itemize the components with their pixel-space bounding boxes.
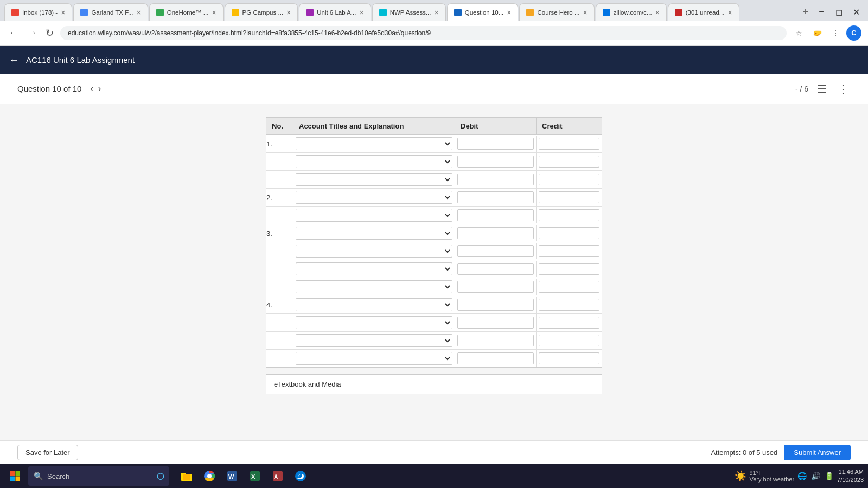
back-nav-button[interactable]: ←	[7, 25, 21, 41]
browser-tab-mail301[interactable]: (301 unread... ×	[668, 3, 739, 21]
credit-input[interactable]	[539, 317, 599, 329]
start-button[interactable]	[4, 466, 26, 486]
credit-input[interactable]	[539, 245, 599, 257]
row-number: 2.	[266, 194, 293, 202]
app-back-button[interactable]: ←	[9, 54, 20, 66]
debit-input[interactable]	[457, 263, 534, 275]
chrome-button[interactable]	[199, 465, 220, 487]
credit-input[interactable]	[539, 281, 599, 293]
battery-icon[interactable]: 🔋	[825, 472, 834, 480]
debit-input[interactable]	[457, 299, 534, 311]
debit-input[interactable]	[457, 174, 534, 185]
debit-input[interactable]	[457, 227, 534, 239]
credit-input[interactable]	[539, 191, 599, 203]
table-row	[266, 153, 602, 171]
edge-button[interactable]	[290, 465, 311, 487]
submit-answer-button[interactable]: Submit Answer	[784, 445, 851, 460]
account-select[interactable]	[296, 155, 452, 168]
account-cell	[293, 135, 455, 152]
taskbar-search[interactable]: 🔍 Search ◯	[28, 466, 169, 486]
browser-tab-unit6[interactable]: Unit 6 Lab A... ×	[299, 3, 371, 21]
question-prev-button[interactable]: ‹	[88, 81, 95, 97]
browser-tab-coursehero[interactable]: Course Hero ... ×	[519, 3, 594, 21]
debit-input[interactable]	[457, 281, 534, 293]
debit-input[interactable]	[457, 317, 534, 329]
account-select[interactable]	[296, 209, 452, 222]
close-button[interactable]: ✕	[848, 4, 864, 20]
restore-button[interactable]: ◻	[831, 4, 846, 20]
more-options-button[interactable]: ⋮	[835, 80, 851, 98]
weather-widget[interactable]: ☀️ 91°F Very hot weather	[735, 470, 795, 483]
debit-input[interactable]	[457, 156, 534, 168]
tab-title: Inbox (178) -	[22, 9, 58, 16]
credit-input[interactable]	[539, 138, 599, 150]
svg-point-9	[208, 474, 211, 478]
debit-input[interactable]	[457, 209, 534, 221]
excel-button[interactable]: X	[244, 465, 266, 487]
url-input[interactable]	[60, 26, 787, 40]
tab-close-icon[interactable]: ×	[61, 8, 65, 17]
account-select[interactable]	[296, 137, 452, 150]
tab-close-icon[interactable]: ×	[286, 8, 291, 17]
account-select[interactable]	[296, 298, 452, 311]
etextbook-bar[interactable]: eTextbook and Media	[266, 374, 602, 394]
account-select[interactable]	[296, 245, 452, 258]
debit-input[interactable]	[457, 352, 534, 364]
credit-input[interactable]	[539, 156, 599, 168]
account-select[interactable]	[296, 280, 452, 293]
profile-button[interactable]: C	[846, 25, 861, 41]
account-select[interactable]	[296, 316, 452, 329]
account-select[interactable]	[296, 191, 452, 204]
account-select[interactable]	[296, 173, 452, 186]
taskbar-clock[interactable]: 11:46 AM 7/10/2023	[837, 468, 864, 485]
browser-tab-onehome[interactable]: OneHome™ ... ×	[149, 3, 224, 21]
tab-close-icon[interactable]: ×	[137, 8, 141, 17]
tab-close-icon[interactable]: ×	[655, 8, 660, 17]
debit-input[interactable]	[457, 335, 534, 346]
browser-tab-gmail[interactable]: Inbox (178) - ×	[4, 3, 72, 21]
tab-close-icon[interactable]: ×	[583, 8, 587, 17]
debit-input[interactable]	[457, 138, 534, 150]
browser-menu-icon[interactable]: ⋮	[828, 25, 843, 41]
credit-input[interactable]	[539, 352, 599, 364]
network-icon[interactable]: 🌐	[797, 472, 807, 480]
debit-input[interactable]	[457, 191, 534, 203]
minimize-button[interactable]: −	[814, 4, 829, 20]
file-explorer-button[interactable]	[176, 465, 197, 487]
credit-input[interactable]	[539, 227, 599, 239]
new-tab-button[interactable]: +	[798, 7, 813, 18]
account-select[interactable]	[296, 227, 452, 240]
tab-close-icon[interactable]: ×	[212, 8, 216, 17]
credit-input[interactable]	[539, 299, 599, 311]
tab-close-icon[interactable]: ×	[727, 8, 732, 17]
browser-tab-zillow[interactable]: zillow.com/c... ×	[596, 3, 667, 21]
access-button[interactable]: A	[267, 465, 289, 487]
account-select[interactable]	[296, 334, 452, 347]
question-next-button[interactable]: ›	[95, 81, 103, 97]
forward-nav-button[interactable]: →	[25, 25, 39, 41]
credit-input[interactable]	[539, 209, 599, 221]
browser-tab-nwp[interactable]: NWP Assess... ×	[372, 3, 446, 21]
reload-button[interactable]: ↻	[43, 25, 56, 41]
bookmark-icon[interactable]: ☆	[791, 25, 806, 41]
account-select[interactable]	[296, 262, 452, 275]
tab-close-icon[interactable]: ×	[435, 8, 439, 17]
tab-close-icon[interactable]: ×	[359, 8, 363, 17]
word-button[interactable]: W	[221, 465, 243, 487]
credit-input[interactable]	[539, 335, 599, 346]
account-cell	[293, 153, 455, 170]
list-view-button[interactable]: ☰	[815, 80, 829, 98]
extensions-icon[interactable]: 🤛	[809, 25, 825, 41]
volume-icon[interactable]: 🔊	[811, 472, 820, 480]
browser-tab-question10[interactable]: Question 10... ×	[447, 3, 519, 21]
tab-close-icon[interactable]: ×	[507, 8, 511, 17]
debit-input[interactable]	[457, 245, 534, 257]
browser-tab-garland[interactable]: Garland TX F... ×	[73, 3, 148, 21]
account-select[interactable]	[296, 352, 452, 365]
tab-title: Unit 6 Lab A...	[317, 9, 356, 16]
save-later-button[interactable]: Save for Later	[17, 445, 78, 460]
svg-rect-1	[16, 471, 21, 476]
browser-tab-pgcampus[interactable]: PG Campus ... ×	[225, 3, 298, 21]
credit-input[interactable]	[539, 174, 599, 185]
credit-input[interactable]	[539, 263, 599, 275]
